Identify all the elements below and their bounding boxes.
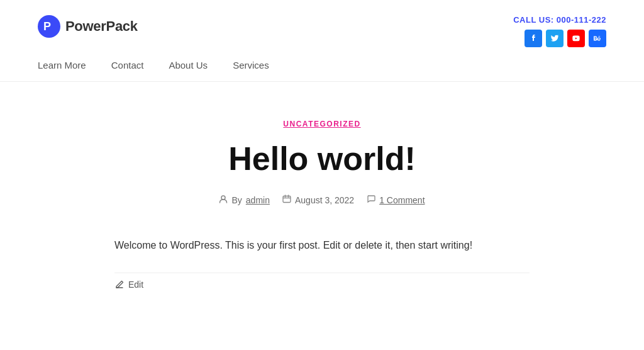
edit-label: Edit — [128, 279, 143, 290]
post-comments-meta: 1 Comment — [367, 195, 425, 205]
nav-link-about-us[interactable]: About Us — [169, 60, 208, 71]
social-icons-group — [525, 30, 606, 47]
nav-item-services[interactable]: Services — [233, 60, 269, 71]
post-comments[interactable]: 1 Comment — [379, 195, 425, 205]
svg-text:P: P — [43, 20, 51, 33]
content-divider — [114, 273, 530, 273]
comment-icon — [367, 195, 375, 205]
nav-link-learn-more[interactable]: Learn More — [38, 60, 86, 71]
youtube-icon[interactable] — [567, 30, 585, 47]
call-us-text: CALL US: 000-111-222 — [513, 15, 606, 25]
nav-link-services[interactable]: Services — [233, 60, 269, 71]
header-right: CALL US: 000-111-222 — [513, 15, 606, 47]
behance-icon[interactable] — [589, 30, 606, 47]
edit-link[interactable]: Edit — [114, 279, 530, 290]
post-title: Hello world! — [114, 141, 530, 177]
svg-point-2 — [221, 196, 225, 200]
post-body: Welcome to WordPress. This is your first… — [114, 237, 530, 254]
post-author-meta: By admin — [219, 195, 269, 205]
nav-link-contact[interactable]: Contact — [111, 60, 144, 71]
author-prefix: By — [231, 195, 242, 205]
post-date-meta: August 3, 2022 — [282, 195, 354, 205]
svg-rect-3 — [283, 196, 291, 203]
nav-item-contact[interactable]: Contact — [111, 60, 144, 71]
post-meta: By admin August 3, 2022 1 Comment — [114, 195, 530, 205]
header: P PowerPack CALL US: 000-111-222 — [0, 0, 644, 47]
post-date: August 3, 2022 — [295, 195, 354, 205]
nav-item-about-us[interactable]: About Us — [169, 60, 208, 71]
main-content: UNCATEGORIZED Hello world! By admin Augu… — [102, 82, 542, 315]
calendar-icon — [282, 195, 291, 205]
author-icon — [219, 195, 228, 205]
post-category[interactable]: UNCATEGORIZED — [114, 120, 530, 128]
main-navigation: Learn More Contact About Us Services — [0, 47, 644, 82]
powerpack-logo-icon: P — [38, 15, 60, 38]
twitter-icon[interactable] — [546, 30, 564, 47]
nav-item-learn-more[interactable]: Learn More — [38, 60, 86, 71]
logo[interactable]: P PowerPack — [38, 15, 138, 38]
edit-icon — [114, 279, 125, 290]
author-name[interactable]: admin — [246, 195, 270, 205]
logo-text: PowerPack — [65, 18, 138, 35]
facebook-icon[interactable] — [525, 30, 542, 47]
